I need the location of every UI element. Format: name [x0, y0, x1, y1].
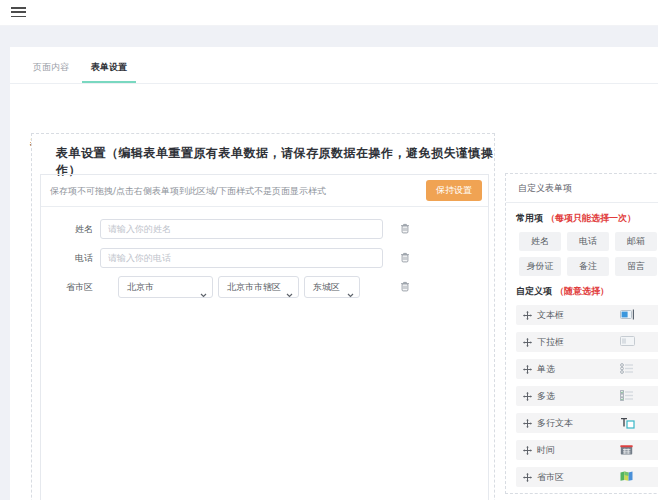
- custom-items-panel-title: 自定义表单项: [506, 174, 658, 203]
- custom-items-list: 文本框下拉框单选多选多行文本时间省市区: [516, 305, 658, 487]
- region-select[interactable]: 北京市: [118, 276, 213, 298]
- common-item-button[interactable]: 备注: [567, 257, 609, 276]
- region-select[interactable]: 东城区: [304, 276, 360, 298]
- custom-item-row[interactable]: 下拉框: [516, 332, 658, 352]
- common-item-button[interactable]: 留言: [615, 257, 657, 276]
- custom-items-panel: 自定义表单项 常用项（每项只能选择一次） 姓名电话邮箱身份证备注留言 自定义项（…: [505, 173, 658, 494]
- delete-field-icon[interactable]: [400, 281, 410, 292]
- map-icon: [620, 471, 633, 481]
- tab-1[interactable]: 表单设置: [82, 53, 136, 83]
- common-items-grid: 姓名电话邮箱身份证备注留言: [519, 232, 658, 282]
- custom-item-row[interactable]: 单选: [516, 359, 658, 379]
- custom-item-row[interactable]: 多选: [516, 386, 658, 406]
- custom-item-label: 多行文本: [537, 417, 573, 430]
- common-items-heading: 常用项（每项只能选择一次）: [516, 212, 658, 225]
- textbox-icon: [620, 309, 635, 320]
- save-settings-button[interactable]: 保持设置: [426, 180, 482, 201]
- custom-item-label: 文本框: [537, 309, 564, 322]
- field-text-input[interactable]: [100, 248, 383, 268]
- field-label: 省市区: [41, 281, 100, 294]
- move-icon: [523, 338, 532, 347]
- delete-field-icon[interactable]: [400, 252, 410, 263]
- region-select-value: 北京市市辖区: [227, 282, 281, 292]
- common-item-button[interactable]: 电话: [567, 232, 609, 251]
- region-select-value: 东城区: [313, 282, 340, 292]
- content-card: 页面内容表单设置 表单设置 表单设置（编辑表单重置原有表单数据，请保存原数据在操…: [10, 47, 658, 500]
- region-select-value: 北京市: [127, 282, 154, 292]
- radio-list-icon: [620, 363, 634, 374]
- page-root: 页面内容表单设置 表单设置 表单设置（编辑表单重置原有表单数据，请保存原数据在操…: [0, 0, 658, 500]
- custom-items-heading: 自定义项（随意选择）: [516, 285, 658, 298]
- custom-items-panel-body: 常用项（每项只能选择一次） 姓名电话邮箱身份证备注留言 自定义项（随意选择） 文…: [506, 203, 658, 487]
- form-field-row: 省市区北京市北京市市辖区东城区: [41, 276, 413, 298]
- custom-item-row[interactable]: 文本框: [516, 305, 658, 325]
- calendar-icon: [620, 444, 633, 455]
- field-label: 姓名: [41, 223, 100, 236]
- form-field-row: 电话: [41, 247, 413, 269]
- field-label: 电话: [41, 252, 100, 265]
- dropdown-icon: [620, 336, 635, 346]
- move-icon: [523, 365, 532, 374]
- custom-items-label: 自定义项: [516, 286, 552, 296]
- form-drop-area: 表单设置（编辑表单重置原有表单数据，请保存原数据在操作，避免损失谨慎操作） 保存…: [31, 133, 495, 500]
- custom-item-label: 省市区: [537, 471, 564, 484]
- move-icon: [523, 473, 532, 482]
- custom-items-note: （随意选择）: [555, 286, 609, 296]
- form-fields-list: 姓名电话省市区北京市北京市市辖区东城区: [41, 207, 488, 298]
- form-editor-box: 保存项不可拖拽/点击右侧表单项到此区域/下面样式不是页面显示样式 保持设置 姓名…: [40, 174, 489, 500]
- checkbox-list-icon: [620, 390, 634, 401]
- chevron-down-icon: [347, 285, 354, 305]
- drop-area-hint: 保存项不可拖拽/点击右侧表单项到此区域/下面样式不是页面显示样式: [50, 175, 326, 207]
- move-icon: [523, 419, 532, 428]
- custom-item-row[interactable]: 多行文本: [516, 413, 658, 433]
- region-select[interactable]: 北京市市辖区: [218, 276, 299, 298]
- common-item-button[interactable]: 身份证: [519, 257, 561, 276]
- custom-item-label: 下拉框: [537, 336, 564, 349]
- hamburger-menu-icon[interactable]: [11, 7, 26, 19]
- chevron-down-icon: [200, 285, 207, 305]
- move-icon: [523, 392, 532, 401]
- field-text-input[interactable]: [100, 219, 383, 239]
- tab-0[interactable]: 页面内容: [24, 53, 78, 83]
- chevron-down-icon: [286, 285, 293, 305]
- custom-item-row[interactable]: 省市区: [516, 467, 658, 487]
- common-item-button[interactable]: 邮箱: [615, 232, 657, 251]
- move-icon: [523, 446, 532, 455]
- form-editor-header: 保存项不可拖拽/点击右侧表单项到此区域/下面样式不是页面显示样式 保持设置: [41, 175, 488, 207]
- common-item-button[interactable]: 姓名: [519, 232, 561, 251]
- tabs-bar: 页面内容表单设置: [10, 47, 658, 84]
- top-navbar: [0, 0, 658, 26]
- move-icon: [523, 311, 532, 320]
- delete-field-icon[interactable]: [400, 223, 410, 234]
- custom-item-label: 单选: [537, 363, 555, 376]
- common-items-note: （每项只能选择一次）: [546, 213, 636, 223]
- textarea-icon: [620, 417, 635, 429]
- custom-item-label: 多选: [537, 390, 555, 403]
- form-field-row: 姓名: [41, 218, 413, 240]
- custom-item-label: 时间: [537, 444, 555, 457]
- custom-item-row[interactable]: 时间: [516, 440, 658, 460]
- common-items-label: 常用项: [516, 213, 543, 223]
